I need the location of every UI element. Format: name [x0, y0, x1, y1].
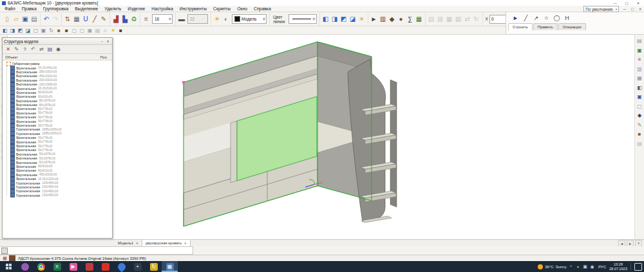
taskbar-app[interactable]: [97, 261, 113, 272]
layout-select[interactable]: По умолчанию ▾: [583, 6, 619, 12]
taskbar-app[interactable]: [81, 261, 97, 272]
tool-panel-tab[interactable]: Операции: [558, 23, 586, 30]
open-icon[interactable]: ▱: [12, 14, 21, 24]
polyline-tool-icon[interactable]: ↗: [532, 14, 540, 22]
undo-icon[interactable]: ↶: [42, 14, 51, 24]
tray-network-icon[interactable]: ▣: [582, 264, 588, 269]
ellipse-tool-icon[interactable]: ◯: [553, 14, 561, 22]
taskbar-app[interactable]: ▶: [65, 261, 81, 272]
panel-minimize-button[interactable]: –: [99, 39, 105, 44]
light-icon[interactable]: ☀: [213, 14, 222, 24]
font-size-select[interactable]: 16 ▾: [152, 14, 173, 24]
dimension-tool-icon[interactable]: H: [563, 14, 571, 22]
right-tool-10-icon[interactable]: ✎: [636, 122, 643, 129]
right-tool-5-icon[interactable]: ▦: [636, 75, 643, 82]
minimize-button[interactable]: —: [609, 0, 621, 6]
material-palette-icon[interactable]: ▦: [2, 255, 8, 261]
hidden-icons-chevron[interactable]: ^: [570, 264, 572, 269]
tree-item[interactable]: Горизонтальная 130x460x16: [5, 194, 112, 197]
materials-menu-icon[interactable]: ■: [117, 27, 124, 34]
tab-scroll-right-icon[interactable]: ▸: [627, 240, 634, 247]
pan-icon[interactable]: ◪: [348, 14, 357, 24]
measure-line-icon[interactable]: ╱: [90, 14, 99, 24]
circle-tool-icon[interactable]: ○: [542, 14, 551, 22]
wireframe-icon[interactable]: ▢: [32, 27, 39, 34]
start-button[interactable]: [0, 261, 17, 272]
tab-menu-icon[interactable]: ▪: [635, 240, 642, 247]
iso-view-icon[interactable]: ◪: [24, 27, 32, 34]
thickness-select[interactable]: 22: [187, 14, 208, 24]
right-tool-2-icon[interactable]: ▣: [636, 47, 643, 54]
sphere-icon[interactable]: ●: [397, 14, 406, 24]
menu-item[interactable]: Правка: [19, 6, 40, 11]
magnet-icon[interactable]: U: [81, 14, 90, 24]
menu-item[interactable]: Справка: [251, 6, 274, 11]
menu-item[interactable]: Удалить: [101, 6, 124, 11]
mdi-close-button[interactable]: ✕: [636, 6, 644, 12]
right-tool-12-icon[interactable]: ▤: [636, 140, 643, 147]
bulb-icon[interactable]: ☀: [109, 27, 117, 34]
notification-icon[interactable]: [634, 263, 642, 271]
right-tool-7-icon[interactable]: ▣: [636, 93, 643, 100]
structure-panel-titlebar[interactable]: Структура модели – ✕: [3, 38, 112, 45]
hammer-icon[interactable]: ◆: [388, 14, 397, 24]
taskbar-app[interactable]: +: [129, 261, 146, 272]
menu-item[interactable]: Группировка: [40, 6, 72, 11]
swap-icon[interactable]: ⇄: [38, 46, 45, 53]
tool-panel-tab[interactable]: Править: [533, 23, 558, 30]
menu-item[interactable]: Окно: [234, 6, 251, 11]
right-tool-8-icon[interactable]: ▢: [636, 103, 643, 110]
render-icon[interactable]: ☀: [357, 14, 366, 24]
report-icon[interactable]: ▤: [46, 46, 53, 53]
material-swatch[interactable]: [9, 255, 15, 261]
model-select[interactable]: Модель ▾: [232, 14, 267, 24]
menu-item[interactable]: Выделение: [71, 6, 101, 11]
tab-close-icon[interactable]: ✕: [184, 242, 187, 245]
panel-close-button[interactable]: ✕: [105, 39, 111, 44]
orbit-icon[interactable]: ↻: [48, 27, 55, 34]
home-icon[interactable]: ⌂: [102, 27, 109, 34]
material-dark-icon[interactable]: ■: [63, 27, 70, 34]
material-wood-icon[interactable]: ■: [55, 27, 62, 34]
document-tab[interactable]: двухярусная кровать ✕: [142, 240, 191, 246]
grid-icon[interactable]: ▦: [72, 14, 81, 24]
clock[interactable]: 13:28 28.07.2023: [609, 262, 627, 271]
save-icon[interactable]: ▣: [21, 14, 30, 24]
maximize-button[interactable]: ▢: [621, 0, 632, 6]
tab-close-icon[interactable]: ✕: [136, 242, 138, 245]
texture-blue-icon[interactable]: ▙: [120, 14, 129, 24]
right-tool-11-icon[interactable]: ■: [636, 131, 643, 138]
tab-scroll-left-icon[interactable]: ◂: [618, 240, 625, 247]
texture-red-icon[interactable]: ▟: [111, 14, 120, 24]
taskbar-app[interactable]: ↻: [146, 261, 162, 272]
side-view-icon[interactable]: ◩: [17, 27, 24, 34]
calc-icon[interactable]: ▦: [415, 14, 424, 24]
taskbar-app[interactable]: X: [49, 261, 65, 272]
refresh-icon[interactable]: ♻: [129, 14, 138, 24]
right-tool-3-icon[interactable]: ≡: [636, 56, 643, 63]
cursor-icon[interactable]: ►: [370, 14, 379, 24]
top-view-icon[interactable]: ◨: [9, 27, 16, 34]
taskbar-app[interactable]: ▦: [162, 261, 178, 272]
view-mode-icon[interactable]: ◉: [55, 46, 62, 53]
help-icon[interactable]: ?: [21, 46, 28, 53]
tray-volume-icon[interactable]: ◉: [589, 264, 595, 269]
document-tab[interactable]: Модель1 ✕: [115, 240, 142, 246]
sheet-icon[interactable]: ▢: [71, 27, 78, 34]
menu-item[interactable]: Файл: [1, 6, 19, 11]
redo-icon[interactable]: ↷: [51, 14, 60, 24]
right-tool-6-icon[interactable]: ◧: [636, 84, 643, 91]
edit-icon[interactable]: ✎: [13, 46, 20, 53]
sheet2-icon[interactable]: ▢: [79, 27, 86, 34]
weather-widget[interactable]: 36°C Sunny: [538, 264, 566, 269]
tray-shield-icon[interactable]: ●: [575, 264, 581, 269]
line-style-select[interactable]: ▾: [289, 14, 317, 24]
command-prompt[interactable]: [0, 246, 193, 255]
sum-icon[interactable]: ∑: [406, 14, 415, 24]
zoom-in-icon[interactable]: ◩: [339, 14, 348, 24]
right-tool-1-icon[interactable]: ▤: [636, 37, 643, 44]
front-view-icon[interactable]: ◧: [1, 27, 8, 34]
cut-icon[interactable]: ✕: [5, 46, 12, 53]
menu-item[interactable]: Инструменты: [176, 6, 210, 11]
taskbar-app[interactable]: [17, 261, 33, 272]
